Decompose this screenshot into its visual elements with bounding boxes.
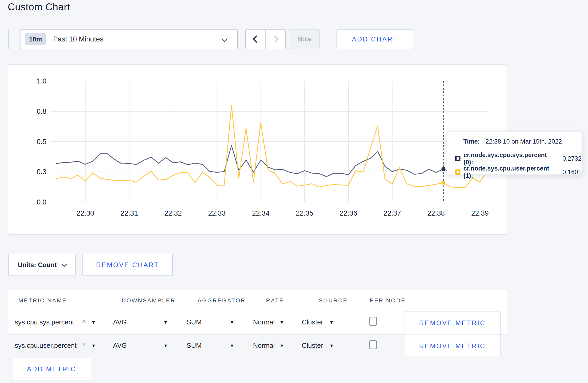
svg-text:22:34: 22:34 — [252, 209, 270, 217]
aggregator-caret-icon[interactable]: ▼ — [230, 320, 234, 325]
chart-card: 0.00.30.50.81.022:3022:3122:3222:3322:34… — [8, 64, 507, 235]
svg-text:1.0: 1.0 — [37, 77, 46, 85]
page-title: Custom Chart — [8, 2, 70, 13]
svg-text:22:35: 22:35 — [296, 209, 313, 217]
clear-metric-x-icon[interactable]: × — [82, 341, 86, 349]
tooltip-time-label: Time: — [463, 138, 480, 145]
sys-series-legend-icon — [455, 156, 460, 161]
svg-text:22:33: 22:33 — [208, 209, 226, 217]
source-caret-icon[interactable]: ▼ — [329, 343, 334, 349]
source-value[interactable]: Cluster — [302, 342, 323, 350]
tooltip-user-value: 0.1601 — [563, 168, 582, 176]
svg-text:0.5: 0.5 — [37, 138, 46, 146]
clear-metric-x-icon[interactable]: × — [82, 317, 86, 325]
remove-metric-button[interactable]: REMOVE METRIC — [404, 335, 501, 357]
svg-text:22:36: 22:36 — [340, 209, 357, 217]
chevron-right-icon — [271, 36, 278, 43]
chevron-left-icon — [253, 36, 260, 43]
chart-tooltip: Time: 22:38:10 on Mar 15th, 2022 cr.node… — [447, 131, 582, 175]
svg-text:22:37: 22:37 — [383, 209, 401, 217]
svg-text:0.8: 0.8 — [37, 108, 46, 115]
downsampler-caret-icon[interactable]: ▼ — [163, 320, 168, 325]
source-caret-icon[interactable]: ▼ — [329, 320, 334, 325]
svg-text:0.3: 0.3 — [37, 168, 46, 176]
downsampler-value[interactable]: AVG — [113, 318, 127, 326]
svg-text:22:39: 22:39 — [471, 209, 489, 217]
rate-value[interactable]: Normal — [253, 342, 275, 350]
add-chart-button[interactable]: ADD CHART — [337, 29, 413, 49]
svg-text:22:31: 22:31 — [121, 209, 138, 217]
now-button[interactable]: Now — [289, 29, 320, 49]
next-interval-button[interactable] — [265, 30, 285, 49]
user-series-legend-icon — [455, 169, 460, 175]
timeseries-chart[interactable]: 0.00.30.50.81.022:3022:3122:3222:3322:34… — [8, 65, 507, 234]
rate-value[interactable]: Normal — [253, 318, 275, 326]
aggregator-value[interactable]: SUM — [187, 318, 202, 326]
tooltip-time-value: 22:38:10 on Mar 15th, 2022 — [486, 138, 562, 145]
time-range-badge: 10m — [25, 33, 46, 45]
time-range-label: Past 10 Minutes — [53, 35, 103, 43]
metric-name-value: sys.cpu.user.percent — [15, 342, 76, 350]
toolbar-divider — [8, 29, 9, 49]
tooltip-user-name: cr.node.sys.cpu.user.percent (1): — [464, 165, 556, 179]
aggregator-value[interactable]: SUM — [187, 342, 202, 350]
add-metric-button[interactable]: ADD METRIC — [12, 358, 91, 380]
col-header-downsampler: DOWNSAMPLER — [122, 297, 176, 304]
svg-text:22:32: 22:32 — [164, 209, 182, 217]
col-header-aggregator: AGGREGATOR — [198, 297, 246, 304]
rate-caret-icon[interactable]: ▼ — [279, 343, 284, 349]
col-header-rate: RATE — [266, 297, 284, 304]
units-select[interactable]: Units: Count — [8, 254, 76, 276]
tooltip-series-user-row: cr.node.sys.cpu.user.percent (1): 0.1601 — [455, 165, 582, 179]
prev-interval-button[interactable] — [246, 30, 265, 49]
downsampler-caret-icon[interactable]: ▼ — [163, 343, 168, 349]
tooltip-sys-value: 0.2732 — [563, 155, 582, 162]
time-range-select[interactable]: 10m Past 10 Minutes — [20, 29, 238, 49]
chevron-down-icon — [61, 261, 67, 267]
tooltip-time-row: Time: 22:38:10 on Mar 15th, 2022 — [463, 138, 562, 145]
source-value[interactable]: Cluster — [302, 318, 323, 326]
col-header-metric-name: METRIC NAME — [18, 297, 67, 304]
tooltip-series-sys-row: cr.node.sys.cpu.sys.percent (0): 0.2732 — [455, 151, 582, 166]
tooltip-sys-name: cr.node.sys.cpu.sys.percent (0): — [464, 151, 556, 166]
svg-text:22:38: 22:38 — [427, 209, 445, 217]
metric-name-value: sys.cpu.sys.percent — [15, 318, 74, 326]
remove-metric-button[interactable]: REMOVE METRIC — [404, 311, 501, 334]
col-header-source: SOURCE — [319, 297, 348, 304]
remove-chart-button[interactable]: REMOVE CHART — [82, 254, 173, 276]
time-pager — [245, 29, 286, 49]
units-label: Units: Count — [18, 261, 57, 269]
per-node-checkbox[interactable] — [369, 340, 377, 349]
aggregator-caret-icon[interactable]: ▼ — [230, 343, 234, 349]
downsampler-value[interactable]: AVG — [113, 342, 127, 350]
per-node-checkbox[interactable] — [369, 317, 377, 326]
metric-dropdown-caret-icon[interactable]: ▼ — [91, 343, 96, 349]
svg-text:0.0: 0.0 — [37, 198, 46, 206]
col-header-per-node: PER NODE — [370, 297, 406, 304]
metric-dropdown-caret-icon[interactable]: ▼ — [91, 320, 96, 325]
svg-text:22:30: 22:30 — [76, 209, 94, 217]
chevron-down-icon — [221, 36, 228, 42]
rate-caret-icon[interactable]: ▼ — [279, 320, 284, 325]
